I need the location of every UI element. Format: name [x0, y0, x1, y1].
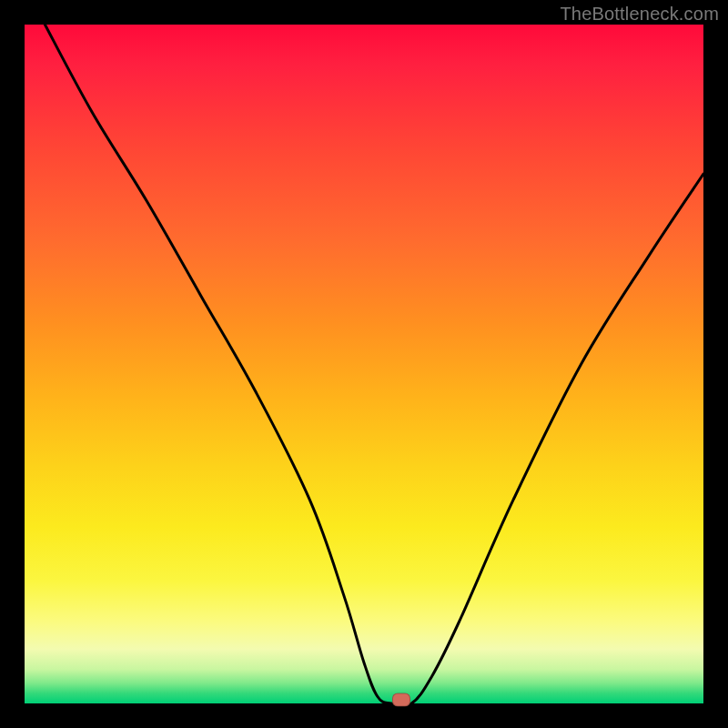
watermark-text: TheBottleneck.com: [560, 4, 719, 25]
chart-frame: TheBottleneck.com: [0, 0, 728, 728]
plot-area: [25, 25, 703, 703]
bottleneck-curve: [45, 25, 703, 703]
optimum-marker: [392, 693, 410, 706]
line-chart: [25, 25, 703, 703]
